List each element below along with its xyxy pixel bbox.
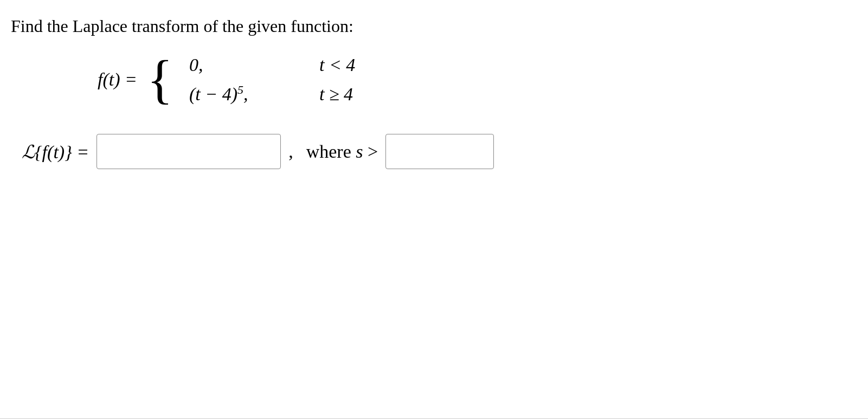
comma-separator: , [288, 141, 293, 162]
problem-title: Find the Laplace transform of the given … [11, 16, 857, 36]
answer-row: ℒ{f(t)} = , where s > [22, 134, 857, 169]
case1-cond: t < 4 [319, 55, 355, 75]
case-row-1: 0, t < 4 [189, 55, 355, 75]
page-container: Find the Laplace transform of the given … [0, 0, 868, 418]
laplace-label: ℒ{f(t)} = [22, 141, 89, 163]
where-s-gt-label: where s > [306, 141, 378, 162]
left-brace-icon: { [147, 53, 173, 107]
s-condition-input[interactable] [385, 134, 494, 169]
case-row-2: (t − 4)5, t ≥ 4 [189, 84, 355, 105]
laplace-answer-input[interactable] [97, 134, 281, 169]
case1-expr: 0, [189, 55, 276, 75]
case2-expr: (t − 4)5, [189, 84, 276, 105]
cases-content: 0, t < 4 (t − 4)5, t ≥ 4 [189, 55, 355, 105]
brace-cases: { 0, t < 4 (t − 4)5, t ≥ 4 [147, 53, 355, 107]
function-definition: f(t) = { 0, t < 4 (t − 4)5, t ≥ 4 [98, 53, 857, 107]
case2-cond: t ≥ 4 [319, 84, 353, 105]
function-label: f(t) = [98, 69, 137, 90]
